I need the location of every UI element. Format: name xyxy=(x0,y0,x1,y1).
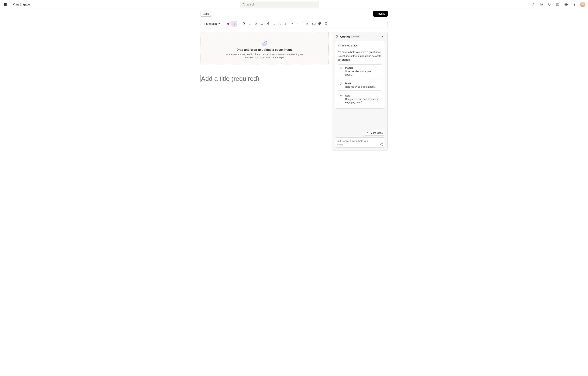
toolbar-separator xyxy=(303,21,303,26)
quote-button[interactable] xyxy=(289,21,295,27)
copilot-send-button[interactable] xyxy=(380,143,383,147)
suggestion-title: Inspire xyxy=(345,66,380,69)
svg-point-28 xyxy=(298,24,299,24)
svg-point-42 xyxy=(368,131,369,132)
gear-icon xyxy=(556,3,560,6)
copilot-counter: 0/2000 xyxy=(337,144,343,146)
link-button[interactable] xyxy=(265,21,271,27)
svg-point-2 xyxy=(540,3,543,6)
search-box[interactable] xyxy=(240,1,319,8)
italic-icon xyxy=(248,22,252,25)
sparkle-icon xyxy=(366,131,369,135)
svg-point-29 xyxy=(299,24,299,24)
suggestion-desc: Can you tell me how to write an engaging… xyxy=(345,97,380,104)
copilot-more-ideas-button[interactable]: More ideas xyxy=(364,130,385,136)
send-icon xyxy=(380,143,383,146)
header: Viva Engage xyxy=(0,0,588,9)
bold-icon xyxy=(242,22,246,25)
bullet-list-button[interactable] xyxy=(271,21,277,27)
chat-question-icon xyxy=(340,94,343,98)
copilot-suggestion-inspire[interactable]: Inspire Give me ideas for a post about..… xyxy=(338,64,382,78)
svg-point-7 xyxy=(574,5,575,5)
more-ideas-label: More ideas xyxy=(370,131,383,134)
svg-point-15 xyxy=(273,23,273,23)
copilot-title: Copilot xyxy=(340,35,350,38)
strikethrough-button[interactable] xyxy=(259,21,265,27)
book-icon xyxy=(324,22,328,25)
app-launcher-button[interactable] xyxy=(3,1,9,8)
copilot-suggestion-ask[interactable]: Ask Can you tell me how to write an enga… xyxy=(338,92,382,106)
copilot-close-button[interactable] xyxy=(380,34,385,39)
cover-illustration xyxy=(204,37,325,46)
copilot-glyph-icon xyxy=(233,22,236,25)
copilot-toolbar-button[interactable] xyxy=(231,21,237,27)
attach-button[interactable] xyxy=(317,21,323,27)
svg-point-3 xyxy=(541,4,541,4)
app: Viva Engage xyxy=(0,0,588,376)
numbered-list-icon: 123 xyxy=(278,22,282,25)
copilot-input[interactable]: 0/2000 xyxy=(335,137,385,148)
gif-icon: GIF xyxy=(312,22,316,25)
copilot-text-input[interactable] xyxy=(337,140,383,142)
svg-line-1 xyxy=(244,5,244,6)
copilot-badge: Preview xyxy=(351,35,360,38)
idea-button[interactable] xyxy=(546,1,553,8)
lightbulb-icon xyxy=(340,66,343,70)
italic-button[interactable] xyxy=(247,21,253,27)
numbered-list-button[interactable]: 123 xyxy=(277,21,283,27)
bold-button[interactable] xyxy=(241,21,247,27)
copilot-logo-icon xyxy=(335,35,339,38)
toolbar-separator xyxy=(239,21,239,26)
suggestion-title: Draft xyxy=(345,82,380,85)
book-button[interactable] xyxy=(323,21,329,27)
settings-button[interactable] xyxy=(554,1,562,8)
copilot-greeting: Hi Amanda Brady, xyxy=(338,44,382,48)
code-button[interactable] xyxy=(283,21,289,27)
svg-text:GIF: GIF xyxy=(313,23,315,25)
search-input[interactable] xyxy=(246,3,317,6)
avatar[interactable] xyxy=(580,2,585,7)
cover-drop-zone[interactable]: Drag and drop to upload a cover image Ad… xyxy=(201,32,329,64)
help-icon xyxy=(573,3,576,6)
svg-point-17 xyxy=(273,25,273,25)
svg-line-12 xyxy=(250,23,250,25)
content-row: Drag and drop to upload a cover image Ad… xyxy=(201,32,388,150)
suggestion-desc: Give me ideas for a post about... xyxy=(345,70,380,76)
bullet-list-icon xyxy=(272,22,276,25)
image-button[interactable] xyxy=(305,21,311,27)
copilot-suggestion-draft[interactable]: Draft Help me write a post about... xyxy=(338,80,382,91)
preview-button[interactable]: Preview xyxy=(373,11,388,17)
underline-button[interactable] xyxy=(253,21,259,27)
announce-button[interactable] xyxy=(225,21,231,27)
more-formatting-button[interactable] xyxy=(295,21,301,27)
svg-point-5 xyxy=(557,4,558,5)
globe-button[interactable] xyxy=(562,1,570,8)
back-button[interactable]: Back xyxy=(201,11,211,17)
notifications-button[interactable] xyxy=(529,1,537,8)
title-input[interactable] xyxy=(201,75,329,82)
link-icon xyxy=(266,22,270,25)
paperclip-icon xyxy=(318,22,322,25)
image-icon xyxy=(306,22,310,25)
copilot-input-wrap: 0/2000 xyxy=(332,137,387,150)
help-button[interactable] xyxy=(571,1,578,8)
svg-text:3: 3 xyxy=(279,24,279,25)
copilot-header: Copilot Preview xyxy=(332,32,387,41)
editor-toolbar: Paragraph 123 GIF xyxy=(201,20,388,28)
chevron-down-icon xyxy=(218,23,220,25)
globe-icon xyxy=(564,3,568,6)
copilot-intro: I'm here to help you write a great post.… xyxy=(338,50,382,62)
search-icon xyxy=(242,3,245,6)
suggestion-title: Ask xyxy=(345,94,380,97)
avatar-image xyxy=(580,2,585,7)
emoji-button[interactable] xyxy=(537,1,545,8)
strikethrough-icon xyxy=(260,22,264,25)
megaphone-icon xyxy=(226,22,230,25)
header-right xyxy=(529,1,585,8)
code-icon xyxy=(284,22,288,25)
gif-button[interactable]: GIF xyxy=(311,21,317,27)
copilot-body: Hi Amanda Brady, I'm here to help you wr… xyxy=(332,41,387,111)
paragraph-style-dropdown[interactable]: Paragraph xyxy=(203,21,221,26)
envelope-icon xyxy=(258,37,271,46)
underline-icon xyxy=(254,22,258,25)
